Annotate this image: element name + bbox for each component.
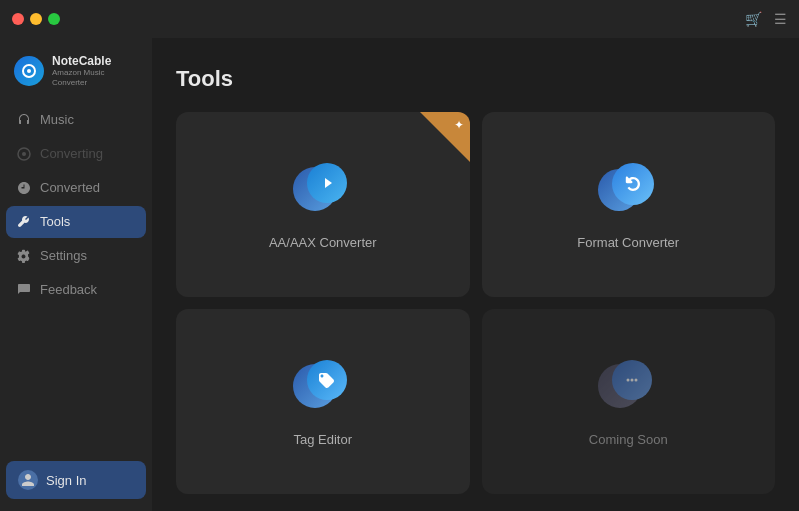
- aax-icon: [293, 159, 353, 219]
- sidebar-item-music[interactable]: Music: [6, 104, 146, 136]
- feedback-icon: [16, 282, 32, 298]
- sidebar-item-converted[interactable]: Converted: [6, 172, 146, 204]
- clock-icon: [16, 180, 32, 196]
- converting-icon: [16, 146, 32, 162]
- soon-circle-front: [612, 360, 652, 400]
- tool-label-format: Format Converter: [577, 235, 679, 250]
- sidebar-item-label-converting: Converting: [40, 146, 103, 161]
- headphones-icon: [16, 112, 32, 128]
- sidebar-item-feedback[interactable]: Feedback: [6, 274, 146, 306]
- titlebar: 🛒 ☰: [0, 0, 799, 38]
- window-controls: [12, 13, 60, 25]
- tool-card-aax[interactable]: ✦ AA/AAX Converter: [176, 112, 470, 297]
- logo-text: NoteCable Amazon Music Converter: [52, 54, 138, 88]
- main-content: Tools ✦ AA/AAX Converter: [152, 38, 799, 511]
- app-subtitle: Amazon Music Converter: [52, 68, 138, 87]
- sidebar: NoteCable Amazon Music Converter Music: [0, 38, 152, 511]
- sidebar-item-label-music: Music: [40, 112, 74, 127]
- format-icon: [598, 159, 658, 219]
- tool-card-tag[interactable]: Tag Editor: [176, 309, 470, 494]
- svg-point-5: [627, 379, 630, 382]
- cart-icon[interactable]: 🛒: [745, 11, 762, 27]
- aax-circle-front: [307, 163, 347, 203]
- sidebar-item-converting: Converting: [6, 138, 146, 170]
- svg-point-3: [22, 152, 26, 156]
- sidebar-item-tools[interactable]: Tools: [6, 206, 146, 238]
- tool-card-coming-soon: Coming Soon: [482, 309, 776, 494]
- sidebar-item-label-converted: Converted: [40, 180, 100, 195]
- svg-point-1: [27, 69, 31, 73]
- titlebar-actions: 🛒 ☰: [745, 11, 787, 27]
- sidebar-item-settings[interactable]: Settings: [6, 240, 146, 272]
- page-title: Tools: [176, 66, 775, 92]
- tool-card-inner-soon: Coming Soon: [482, 309, 776, 494]
- logo-icon: [14, 56, 44, 86]
- ribbon-badge: ✦: [420, 112, 470, 162]
- sidebar-item-label-tools: Tools: [40, 214, 70, 229]
- minimize-button[interactable]: [30, 13, 42, 25]
- user-icon: [18, 470, 38, 490]
- sign-in-button[interactable]: Sign In: [6, 461, 146, 499]
- sidebar-item-label-settings: Settings: [40, 248, 87, 263]
- sidebar-item-label-feedback: Feedback: [40, 282, 97, 297]
- tool-label-tag: Tag Editor: [293, 432, 352, 447]
- svg-point-7: [635, 379, 638, 382]
- app-name: NoteCable: [52, 54, 138, 68]
- tag-icon: [293, 356, 353, 416]
- menu-icon[interactable]: ☰: [774, 11, 787, 27]
- close-button[interactable]: [12, 13, 24, 25]
- tag-circle-front: [307, 360, 347, 400]
- tool-label-aax: AA/AAX Converter: [269, 235, 377, 250]
- svg-point-6: [631, 379, 634, 382]
- tool-label-soon: Coming Soon: [589, 432, 668, 447]
- app-body: NoteCable Amazon Music Converter Music: [0, 38, 799, 511]
- soon-icon: [598, 356, 658, 416]
- settings-icon: [16, 248, 32, 264]
- tool-card-inner-tag: Tag Editor: [176, 309, 470, 494]
- format-circle-front: [612, 163, 654, 205]
- tool-card-format[interactable]: Format Converter: [482, 112, 776, 297]
- sign-in-label: Sign In: [46, 473, 86, 488]
- svg-marker-4: [325, 178, 332, 188]
- sidebar-bottom: Sign In: [0, 451, 152, 511]
- maximize-button[interactable]: [48, 13, 60, 25]
- ribbon-star-icon: ✦: [454, 118, 464, 132]
- logo-area: NoteCable Amazon Music Converter: [0, 46, 152, 104]
- sidebar-nav: Music Converting Converted: [0, 104, 152, 451]
- tools-grid: ✦ AA/AAX Converter: [176, 112, 775, 494]
- tool-card-inner-format: Format Converter: [482, 112, 776, 297]
- tools-icon: [16, 214, 32, 230]
